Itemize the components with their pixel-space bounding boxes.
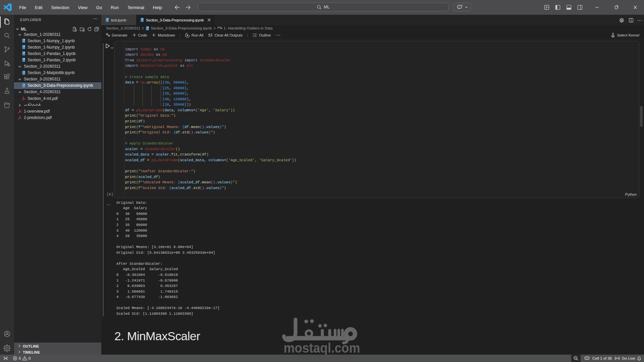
svg-text:mostaql.com: mostaql.com [284, 341, 360, 355]
